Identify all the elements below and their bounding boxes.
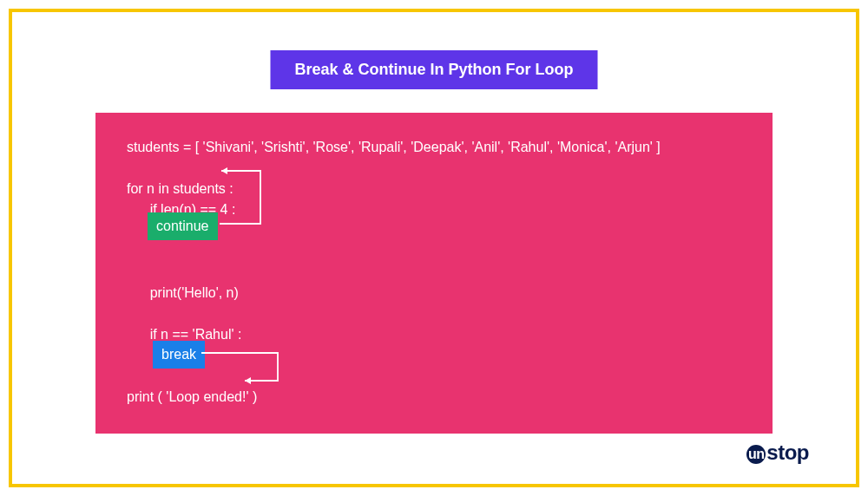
outer-frame: Break & Continue In Python For Loop stud… xyxy=(9,9,859,487)
code-line-print-hello: print('Hello', n) xyxy=(127,283,741,303)
code-line-iflen: if len(n) == 4 : xyxy=(127,199,741,220)
code-spacer xyxy=(127,303,741,324)
diagram-title: Break & Continue In Python For Loop xyxy=(271,50,598,89)
code-block: students = [ 'Shivani', 'Srishti', 'Rose… xyxy=(95,113,773,434)
code-spacer xyxy=(127,366,741,387)
code-line-print-end: print ( 'Loop ended!' ) xyxy=(127,387,741,408)
code-line-for: for n in students : xyxy=(127,179,741,199)
logo-suffix: stop xyxy=(766,441,809,464)
code-line-if-rahul: if n == 'Rahul' : xyxy=(127,324,741,345)
brand-logo: unstop xyxy=(746,441,809,465)
code-spacer xyxy=(127,241,741,262)
continue-tag: continue xyxy=(148,212,218,240)
break-tag: break xyxy=(153,341,205,369)
code-line-students: students = [ 'Shivani', 'Srishti', 'Rose… xyxy=(127,137,741,158)
code-spacer xyxy=(127,262,741,283)
logo-prefix: un xyxy=(746,445,766,464)
code-spacer xyxy=(127,345,741,366)
code-spacer xyxy=(127,158,741,179)
code-spacer xyxy=(127,220,741,241)
